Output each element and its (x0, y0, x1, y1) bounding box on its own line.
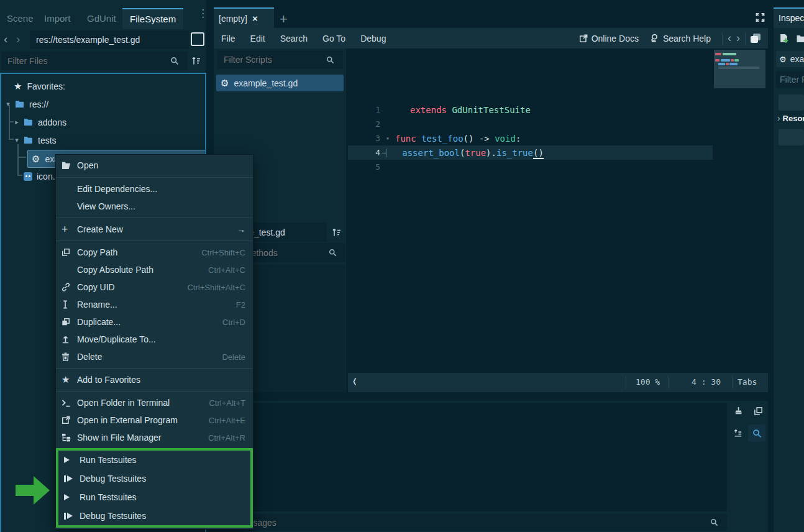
menu-item-open-in-external-program[interactable]: Open in External ProgramCtrl+Alt+E (56, 411, 253, 429)
filter-files-input[interactable] (6, 55, 170, 66)
collapse-all-button[interactable] (731, 426, 746, 441)
sort-files-button[interactable] (189, 53, 204, 68)
console-output[interactable] (209, 403, 727, 511)
folder-open-icon (62, 161, 77, 170)
online-docs-button[interactable]: Online Docs (579, 34, 639, 44)
filter-scripts-field[interactable] (217, 50, 343, 69)
menu-goto[interactable]: Go To (315, 34, 353, 44)
star-icon: ★ (62, 374, 77, 385)
close-tab-icon[interactable]: × (252, 13, 258, 24)
history-back-button[interactable]: ‹ (728, 32, 731, 45)
menu-item-open-folder-in-terminal[interactable]: Open Folder in TerminalCtrl+Alt+T (56, 394, 253, 411)
menu-item-edit-dependencies[interactable]: Edit Dependencies... (56, 180, 253, 198)
menu-item-add-to-favorites[interactable]: ★ Add to Favorites (56, 371, 253, 388)
filter-scripts-input[interactable] (222, 54, 326, 65)
tab-inspector[interactable]: Inspector (779, 13, 804, 23)
menu-item-copy-path[interactable]: Copy PathCtrl+Shift+C (56, 244, 253, 261)
new-tab-button[interactable]: + (280, 11, 288, 27)
history-forward-button[interactable]: › (736, 32, 740, 45)
brace-match: () (533, 148, 544, 159)
menu-item-rename[interactable]: Rename...F2 (56, 296, 253, 313)
indent-tab-icon: → (381, 149, 387, 157)
fold-arrow-icon[interactable]: ▾ (380, 135, 395, 142)
search-icon (326, 56, 334, 64)
indent-mode[interactable]: Tabs (738, 377, 757, 387)
copy-output-button[interactable] (751, 403, 765, 418)
move-up-icon (62, 335, 77, 344)
trash-icon (62, 352, 77, 361)
menu-item-show-in-file-manager[interactable]: Show in File ManagerCtrl+Alt+R (56, 429, 253, 446)
tab-gdunit[interactable]: GdUnit (87, 9, 116, 28)
menu-item-copy-absolute-path[interactable]: Copy Absolute PathCtrl+Alt+C (56, 261, 253, 278)
menu-item-view-owners[interactable]: View Owners... (56, 198, 253, 215)
code-line-current: 4 → assert_bool(true).is_true() (348, 145, 713, 160)
folder-icon (15, 100, 24, 108)
menu-item-run-testsuites[interactable]: Run Testsuites (58, 488, 250, 507)
minimap-viewport[interactable] (714, 50, 765, 88)
float-panel-icon[interactable] (751, 34, 762, 44)
chevron-down-icon[interactable]: ▾ (12, 136, 21, 144)
load-resource-icon[interactable] (796, 35, 804, 43)
plus-icon: + (62, 223, 77, 236)
clear-console-button[interactable] (731, 403, 746, 418)
search-icon (170, 57, 179, 65)
code-editor[interactable]: 1 extends GdUnitTestSuite 2 3 ▾ func tes… (348, 50, 768, 373)
menu-item-debug-testsuites[interactable]: Debug Testsuites (58, 469, 250, 488)
folder-icon (24, 136, 33, 144)
new-resource-icon[interactable] (779, 34, 789, 44)
nav-back-button[interactable]: ‹ (4, 32, 7, 46)
menu-item-open[interactable]: Open (56, 156, 253, 175)
search-help-button[interactable]: Search Help (650, 34, 711, 44)
sort-methods-button[interactable] (329, 225, 344, 240)
menu-item-move-duplicate-to[interactable]: Move/Duplicate To... (56, 331, 253, 348)
menu-item-debug-testsuites[interactable]: Debug Testsuites (58, 507, 250, 525)
copy-icon (62, 248, 77, 257)
tree-item-res-root[interactable]: ▾ res:// (4, 95, 48, 113)
tab-scene[interactable]: Scene (7, 9, 34, 28)
minimap[interactable] (714, 50, 765, 370)
collapse-panel-icon[interactable]: ❬ (352, 375, 358, 387)
filter-files-field[interactable] (1, 52, 188, 70)
expand-window-icon[interactable] (755, 12, 765, 22)
menu-debug[interactable]: Debug (353, 34, 393, 44)
menu-item-delete[interactable]: DeleteDelete (56, 348, 253, 365)
cursor-position[interactable]: 4 : 30 (692, 377, 721, 387)
inspector-section-resource[interactable]: › Resource (777, 113, 804, 123)
path-field[interactable] (30, 30, 189, 49)
script-editor-tab[interactable]: [empty] × (214, 7, 274, 28)
inspector-resource-row[interactable]: ⚙ example_test.gd (776, 51, 804, 67)
duplicate-icon (62, 318, 77, 326)
script-gear-icon: ⚙ (779, 55, 787, 64)
output-panel: ! 0 × 0 ! 0 0 (206, 401, 768, 532)
inspector-row[interactable] (779, 129, 804, 145)
split-dock-button[interactable] (191, 32, 204, 46)
tab-filesystem[interactable]: FileSystem (122, 8, 183, 29)
tree-item-favorites[interactable]: ★ Favorites: (14, 77, 65, 95)
inspector-row[interactable] (779, 94, 804, 111)
search-messages-button[interactable] (748, 424, 765, 442)
path-input[interactable] (35, 34, 184, 45)
tree-item-tests[interactable]: ▾ tests (12, 131, 57, 149)
debug-play-icon (64, 513, 80, 520)
chevron-down-icon[interactable]: ▾ (4, 100, 12, 108)
tree-item-addons[interactable]: ▸ addons (12, 113, 66, 131)
menu-item-copy-uid[interactable]: Copy UIDCtrl+Shift+Alt+C (56, 278, 253, 296)
menu-item-create-new[interactable]: + Create New → (56, 221, 253, 238)
zoom-level[interactable]: 100 % (636, 377, 660, 387)
dock-overflow-icon[interactable]: ⋮ (198, 7, 208, 20)
folder-icon (24, 118, 33, 126)
menu-file[interactable]: File (214, 34, 243, 44)
menu-search[interactable]: Search (273, 34, 315, 44)
filter-messages-field[interactable] (209, 514, 727, 531)
script-gear-icon: ⚙ (32, 154, 40, 165)
menu-edit[interactable]: Edit (243, 34, 273, 44)
menu-item-run-testsuites[interactable]: Run Testsuites (58, 451, 250, 469)
nav-forward-button[interactable]: › (16, 32, 20, 46)
filter-properties-field[interactable]: Filter Properties (776, 71, 804, 88)
filter-messages-input[interactable] (214, 517, 710, 528)
script-list-item[interactable]: ⚙ example_test.gd (216, 75, 344, 91)
menu-item-duplicate[interactable]: Duplicate...Ctrl+D (56, 313, 253, 331)
code-line: 2 (348, 117, 713, 131)
tab-import[interactable]: Import (44, 9, 71, 28)
chevron-right-icon[interactable]: ▸ (12, 118, 21, 126)
